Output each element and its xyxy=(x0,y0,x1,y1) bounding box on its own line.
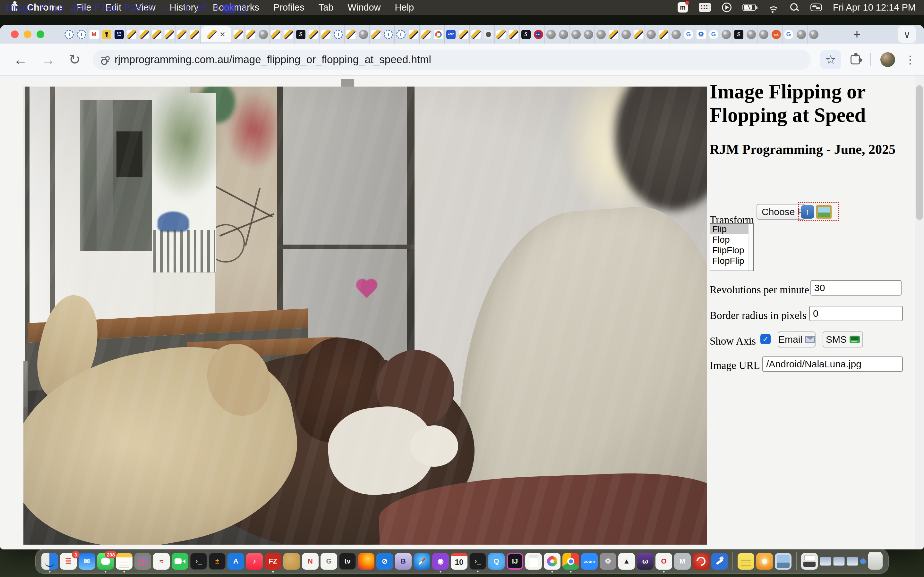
pinned-tab-pencil[interactable] xyxy=(282,25,294,44)
pinned-tab-gray[interactable] xyxy=(595,25,607,44)
pinned-tab-pencil[interactable] xyxy=(457,25,470,44)
dock-terminal-2[interactable]: ›_ xyxy=(469,553,486,570)
close-tab-icon[interactable]: × xyxy=(220,30,225,39)
menu-item-profiles[interactable]: Profiles xyxy=(273,2,304,13)
menu-item-tab[interactable]: Tab xyxy=(318,2,334,13)
dock-firefox[interactable] xyxy=(358,553,375,570)
transform-option-flipflop[interactable]: FlipFlop xyxy=(710,245,753,255)
dock-settings[interactable]: ⚙ xyxy=(599,553,616,570)
dock-b-app[interactable]: B xyxy=(395,553,412,570)
pinned-tab-gray[interactable] xyxy=(557,25,570,44)
menu-app-name[interactable]: Chrome xyxy=(27,2,62,13)
pinned-tab-gray[interactable] xyxy=(670,25,682,44)
dock-minimized-item[interactable] xyxy=(860,558,866,564)
dock-terminal[interactable]: ›_ xyxy=(190,553,207,570)
border-radius-input[interactable] xyxy=(809,306,903,321)
transform-option-flop[interactable]: Flop xyxy=(710,234,753,245)
pinned-tab-pencil[interactable] xyxy=(607,25,620,44)
dock-news[interactable]: N xyxy=(302,553,318,570)
dock-gimp[interactable]: G xyxy=(320,553,337,570)
dock-mail[interactable]: ✉ xyxy=(79,553,95,570)
menu-item-bookmarks[interactable]: Bookmarks xyxy=(213,2,259,13)
pinned-tab-clock[interactable] xyxy=(382,25,395,44)
dock-paint[interactable] xyxy=(544,553,561,570)
dock-messages[interactable]: 208 xyxy=(97,553,114,570)
pinned-tab-pencil[interactable] xyxy=(420,25,432,44)
bookmark-star-icon[interactable]: ☆ xyxy=(821,50,841,69)
pinned-tab-sserif[interactable]: S xyxy=(294,25,307,44)
dock-stickies[interactable] xyxy=(738,553,754,570)
menu-item-history[interactable]: History xyxy=(170,2,199,13)
dock-trash[interactable] xyxy=(868,553,883,570)
pinned-tab-clock[interactable] xyxy=(395,25,407,44)
dock-opera[interactable]: O xyxy=(656,553,672,570)
pinned-tab-pencil[interactable] xyxy=(344,25,357,44)
profile-avatar[interactable] xyxy=(880,52,895,67)
pinned-tab-pencil[interactable] xyxy=(507,25,520,44)
back-button[interactable]: ← xyxy=(13,52,27,68)
dock-blocker[interactable]: ⊘ xyxy=(376,553,393,570)
pinned-tab-apple[interactable] xyxy=(482,25,495,44)
pinned-tab-gmail[interactable]: M xyxy=(88,25,100,44)
pinned-tab-gray[interactable] xyxy=(357,25,370,44)
dock-finder[interactable] xyxy=(41,553,58,570)
active-tab[interactable]: × xyxy=(201,26,231,42)
close-window-button[interactable] xyxy=(11,31,19,38)
show-axis-checkbox[interactable]: ✓ xyxy=(760,334,771,344)
pinned-tab-ask[interactable]: ask xyxy=(770,25,782,44)
dock-minimized-window-2[interactable] xyxy=(833,557,845,566)
pinned-tab-pencil[interactable] xyxy=(138,25,150,44)
address-bar[interactable]: rjmprogramming.com.au/image_flipping_or_… xyxy=(93,50,811,69)
menu-item-file[interactable]: File xyxy=(76,2,91,13)
sms-button[interactable]: SMS xyxy=(822,332,863,348)
dock-gauge[interactable] xyxy=(693,553,709,570)
play-icon[interactable] xyxy=(722,3,732,12)
pinned-tab-pencil[interactable] xyxy=(176,25,188,44)
apple-menu-icon[interactable] xyxy=(11,3,18,11)
dock-intellij[interactable]: IJ xyxy=(507,553,523,570)
pinned-tab-pencil[interactable] xyxy=(244,25,257,44)
pinned-tab-gray[interactable] xyxy=(570,25,582,44)
pinned-tab-clock[interactable] xyxy=(63,25,75,44)
dock-music[interactable]: ♪ xyxy=(246,553,263,570)
menu-clock[interactable]: Fri Apr 10 12:14 PM xyxy=(833,2,916,13)
pinned-tab-gray[interactable] xyxy=(645,25,657,44)
email-button[interactable]: Email xyxy=(778,332,816,348)
pinned-tab-gray[interactable] xyxy=(257,25,270,44)
search-icon[interactable] xyxy=(789,2,800,13)
dock-xcode[interactable] xyxy=(711,553,728,570)
transform-select[interactable]: FlipFlopFlipFlopFlopFlip xyxy=(710,223,754,271)
dock-desktop-picture[interactable] xyxy=(775,553,792,570)
pinned-tab-google[interactable]: G xyxy=(782,25,795,44)
pinned-tab-clock[interactable] xyxy=(332,25,344,44)
rpm-input[interactable] xyxy=(811,280,901,295)
scrollbar-thumb[interactable] xyxy=(916,85,923,220)
menu-item-edit[interactable]: Edit xyxy=(105,2,121,13)
transform-option-flopflip[interactable]: FlopFlip xyxy=(710,255,753,266)
reload-button[interactable]: ↻ xyxy=(69,51,81,68)
mk-icon[interactable]: m xyxy=(678,2,688,13)
pinned-tab-pencil[interactable] xyxy=(232,25,244,44)
zoom-window-button[interactable] xyxy=(37,31,44,38)
pinned-tab-sserif[interactable]: S xyxy=(520,25,532,44)
pinned-tab-gray[interactable] xyxy=(808,25,820,44)
dock-launchpad[interactable] xyxy=(134,553,151,570)
dock-minimized-window-3[interactable] xyxy=(846,557,858,566)
page-scrollbar[interactable] xyxy=(915,76,924,550)
site-settings-icon[interactable] xyxy=(101,56,109,63)
pinned-tab-gray[interactable] xyxy=(795,25,808,44)
dock-chrome[interactable] xyxy=(562,553,579,570)
pinned-tab-pencil[interactable] xyxy=(163,25,176,44)
image-url-input[interactable] xyxy=(762,356,903,372)
dock-minimized-window-1[interactable] xyxy=(820,557,831,566)
dock-reminders[interactable]: ☰3 xyxy=(60,553,77,570)
new-tab-button[interactable]: + xyxy=(850,27,864,42)
dock-filezilla[interactable]: FZ xyxy=(265,553,281,570)
dock-safari[interactable] xyxy=(414,553,430,570)
pinned-tab-pencil[interactable] xyxy=(407,25,420,44)
keyboard-icon[interactable] xyxy=(699,3,711,12)
pinned-tab-pencil[interactable] xyxy=(495,25,507,44)
pinned-tab-gray[interactable] xyxy=(758,25,770,44)
dock-calculator[interactable]: ± xyxy=(209,553,226,570)
browser-menu-icon[interactable]: ⋮ xyxy=(905,53,916,66)
